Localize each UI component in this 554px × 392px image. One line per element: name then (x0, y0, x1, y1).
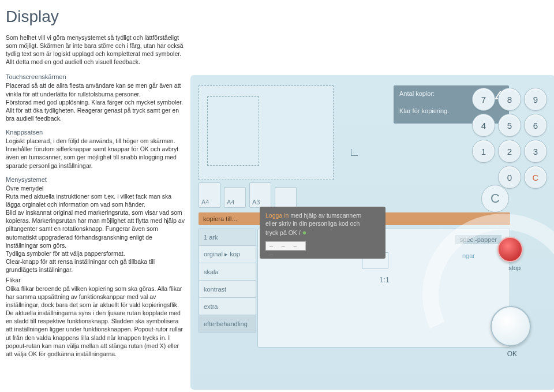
section-touchscreen: Touchscreenskärmen Placerad så att de al… (6, 73, 185, 122)
login-tooltip: Logga in med hjälp av tumscannern eller … (260, 207, 385, 259)
section-menysystemet: Menysystemet Övre menydel Ruta med aktue… (6, 176, 185, 358)
key-9[interactable]: 9 (524, 88, 547, 111)
scale-ratio: 1:1 (379, 275, 390, 284)
stop-label: stop (508, 264, 521, 271)
code-input[interactable]: – – – – (265, 241, 306, 251)
key-clear[interactable]: C (524, 166, 547, 189)
option-extra[interactable]: extra (199, 298, 256, 315)
page-title: Display (6, 6, 185, 28)
stop-button[interactable] (497, 237, 523, 262)
numeric-keypad: 7 8 9 4 5 6 1 2 3 0 C (472, 88, 547, 189)
section-title: Knappsatsen (6, 128, 185, 137)
paper-a4-landscape-button[interactable]: A4 (224, 187, 246, 208)
document-marker[interactable] (207, 96, 259, 166)
section-body: Placerad så att de allra flesta användar… (6, 81, 185, 122)
key-6[interactable]: 6 (524, 114, 547, 137)
key-8[interactable]: 8 (498, 88, 521, 111)
section-title: Touchscreenskärmen (6, 73, 185, 81)
ok-dot-icon: ● (302, 228, 307, 237)
option-strip: 1 ark orginal ▸ kop skala kontrast extra… (199, 229, 256, 333)
crop-corner-icon (351, 149, 358, 156)
paper-blank-button[interactable] (275, 187, 297, 208)
key-4[interactable]: 4 (472, 114, 495, 137)
key-1[interactable]: 1 (472, 140, 495, 163)
key-3[interactable]: 3 (524, 140, 547, 163)
section-body: Logiskt placerad, i den följd de används… (6, 137, 185, 170)
option-orginal[interactable]: orginal ▸ kop (199, 246, 256, 263)
partial-label: ngar (462, 252, 475, 259)
ok-label: OK (507, 350, 517, 358)
section-knappsatsen: Knappsatsen Logiskt placerad, i den följ… (6, 128, 185, 170)
option-ark[interactable]: 1 ark (199, 229, 256, 246)
subsection-title: Övre menydel (6, 184, 185, 192)
subsection-body: Ruta med aktuella instruktioner som t.ex… (6, 192, 185, 274)
key-2[interactable]: 2 (498, 140, 521, 163)
tooltip-line: med hjälp av tumscannern (289, 212, 361, 219)
tooltip-highlight: Logga in (265, 212, 289, 219)
spec-papper-tab[interactable]: spec.-papper (455, 235, 501, 244)
ok-button[interactable] (491, 306, 531, 346)
paper-a3-button[interactable]: A3 (249, 182, 271, 208)
copy-count-label: Antal kopior: (399, 90, 435, 97)
tooltip-line: eller skriv in din personliga kod och (265, 219, 380, 227)
option-skala[interactable]: skala (199, 263, 256, 281)
tooltip-line: tryck på OK / (265, 229, 302, 236)
subsection-title: Flikar (6, 276, 185, 284)
subsection-body: Olika flikar beroende på vilken kopierin… (6, 285, 185, 359)
paper-a4-button[interactable]: A4 (199, 182, 220, 208)
section-title: Menysystemet (6, 176, 185, 184)
scanner-bed[interactable] (199, 85, 334, 180)
option-efterbehandling[interactable]: efterbehandling (199, 315, 256, 333)
display-mockup-panel: Antal kopior: 4 Klar för kopiering. A4 A… (190, 75, 554, 390)
key-0[interactable]: 0 (498, 166, 521, 189)
description-column: Display Som helhet vill vi göra menysyst… (6, 6, 185, 364)
option-kontrast[interactable]: kontrast (199, 281, 256, 298)
paper-size-row: A4 A4 A3 (199, 182, 297, 208)
intro-text: Som helhet vill vi göra menysystemet så … (6, 33, 185, 66)
key-5[interactable]: 5 (498, 114, 521, 137)
key-7[interactable]: 7 (472, 88, 495, 111)
clear-button[interactable]: C (481, 185, 509, 212)
